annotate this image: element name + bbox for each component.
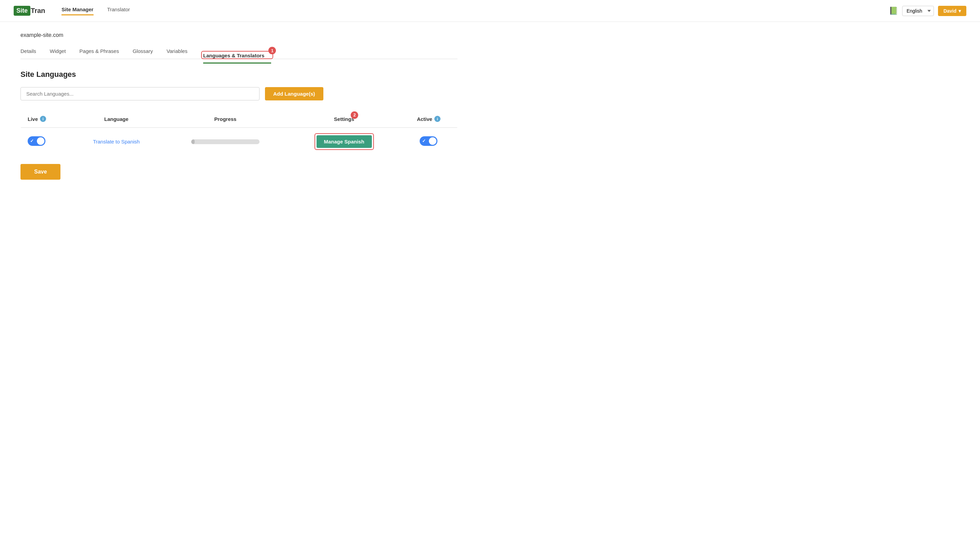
subnav-pages-phrases[interactable]: Pages & Phrases [80,45,126,59]
logo: SiteTran [14,6,45,16]
language-select[interactable]: English Spanish French [902,6,934,16]
table-header-row: Live i Language Progress Settings 2 Acti… [21,110,458,128]
manage-spanish-button[interactable]: Manage Spanish [317,135,372,148]
translate-to-spanish-link[interactable]: Translate to Spanish [93,139,140,145]
th-settings: Settings 2 [288,110,400,128]
subnav-glossary[interactable]: Glossary [132,45,159,59]
user-menu-button[interactable]: David ▾ [938,6,966,16]
th-live-label: Live i [28,116,46,122]
active-toggle-check-icon: ✓ [422,138,426,144]
add-languages-button[interactable]: Add Language(s) [265,87,323,101]
language-cell: Translate to Spanish [70,128,162,156]
toggle-knob [37,137,45,145]
progress-bar [191,139,259,144]
logo-site: Site [14,6,30,16]
live-toggle-cell: ✓ [21,128,70,156]
table-row: ✓ Translate to Spanish Mana [21,128,458,156]
search-add-row: Add Language(s) [21,87,458,101]
save-button[interactable]: Save [21,164,60,180]
th-progress: Progress [162,110,288,128]
subnav-details[interactable]: Details [21,45,43,59]
active-toggle[interactable]: ✓ [420,136,438,146]
annotation-badge-2: 2 [351,112,358,119]
subnav-languages-translators[interactable]: Languages & Translators [203,50,271,64]
toggle-check-icon: ✓ [30,138,34,144]
sub-nav: Details Widget Pages & Phrases Glossary … [21,45,458,59]
main-content: example-site.com Details Widget Pages & … [0,22,478,190]
chevron-down-icon: ▾ [958,8,961,14]
active-toggle-cell: ✓ [400,128,458,156]
languages-table: Live i Language Progress Settings 2 Acti… [21,110,458,156]
active-info-icon[interactable]: i [434,116,441,122]
main-nav: Site Manager Translator [62,6,889,15]
nav-tab-translator[interactable]: Translator [107,6,130,15]
header-right: 📗 English Spanish French David ▾ [889,6,966,16]
annotation-badge-1: 1 [268,47,276,54]
subnav-widget[interactable]: Widget [50,45,73,59]
book-icon: 📗 [889,6,898,15]
manage-btn-highlight: Manage Spanish [315,133,374,150]
search-languages-input[interactable] [21,87,259,101]
th-active-label: Active i [417,116,441,122]
th-live: Live i [21,110,70,128]
th-active: Active i [400,110,458,128]
active-toggle-knob [429,137,436,145]
logo-tran: Tran [31,7,45,15]
user-name: David [943,8,956,14]
subnav-languages-highlight: Languages & Translators 1 [201,51,273,59]
header: SiteTran Site Manager Translator 📗 Engli… [0,0,980,22]
progress-bar-fill [191,139,195,144]
live-info-icon[interactable]: i [40,116,46,122]
site-breadcrumb: example-site.com [21,32,458,38]
section-title: Site Languages [21,70,458,79]
live-toggle[interactable]: ✓ [28,136,45,146]
subnav-variables[interactable]: Variables [167,45,194,59]
nav-tab-site-manager[interactable]: Site Manager [62,6,93,15]
th-language: Language [70,110,162,128]
progress-cell [162,128,288,156]
settings-cell: Manage Spanish [288,128,400,156]
